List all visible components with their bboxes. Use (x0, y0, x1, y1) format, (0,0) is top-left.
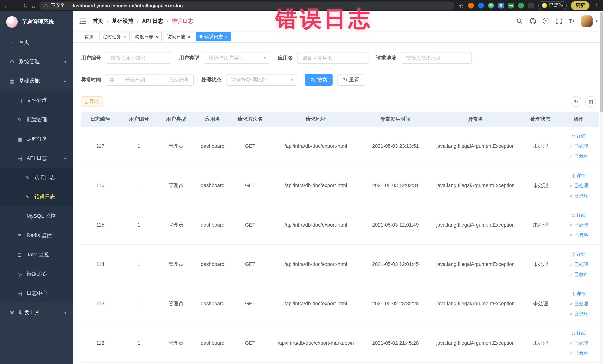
close-icon[interactable]: × (155, 34, 158, 39)
page-scrollbar[interactable] (600, 11, 603, 364)
view-tab[interactable]: 调度日志× (131, 32, 162, 41)
sidebar-item[interactable]: ≣Redis 监控 (0, 226, 73, 245)
sidebar-menu: ⌂首页⚙系统管理▾▦基础设施▾▢文件管理✎配置管理▣定时任务▤API 日志▾✎访… (0, 33, 73, 322)
export-button[interactable]: ↓ 导出 (81, 96, 103, 106)
app-name-cell: dashboard (194, 284, 232, 323)
forward-icon[interactable]: → (13, 3, 19, 8)
extension-icon-puzzle[interactable] (528, 3, 534, 9)
paused-badge[interactable]: 已暂停 (538, 1, 567, 10)
column-header: 异常名 (428, 112, 523, 127)
logo-avatar (6, 16, 18, 28)
home-icon: ⌂ (9, 39, 15, 45)
breadcrumb-item[interactable]: 基础设施 (112, 18, 133, 24)
browser-menu-icon[interactable]: ⋮ (594, 3, 599, 8)
ignore-link[interactable]: ✓已忽略 (560, 151, 598, 161)
process-status-select[interactable]: 请选择处理状态 ▾ (226, 74, 297, 86)
reload-icon[interactable]: ↻ (23, 3, 28, 8)
help-icon[interactable]: ? (543, 18, 549, 24)
fullscreen-icon[interactable] (556, 18, 562, 24)
sidebar-item[interactable]: ✎访问日志 (0, 168, 73, 187)
exception-time-range-picker[interactable]: ▦ 开始日期 ~ 结束日期 (106, 74, 194, 86)
processed-link[interactable]: ✓已处理 (560, 299, 598, 309)
browser-update-button[interactable]: 更新 (571, 1, 590, 10)
column-header: 处理状态 (523, 112, 558, 127)
request-url-input[interactable] (401, 52, 472, 64)
sidebar-item[interactable]: ⊡Java 监控 (0, 245, 73, 264)
user-type-select[interactable]: 请选择用户类型 ▾ (204, 52, 270, 64)
processed-link[interactable]: ✓已处理 (560, 259, 598, 269)
ignore-link[interactable]: ✓已忽略 (560, 309, 598, 318)
browser-home-icon[interactable]: ⌂ (32, 3, 35, 8)
font-size-icon[interactable]: TT (569, 18, 574, 24)
bookmark-star-icon[interactable]: ☆ (459, 3, 464, 8)
avatar-caret-down-icon[interactable]: ▾ (596, 19, 597, 23)
view-tab[interactable]: 定时任务× (99, 32, 129, 41)
chevron-down-icon: ▾ (291, 77, 293, 82)
sidebar-item[interactable]: ≣MySQL 监控 (0, 206, 73, 226)
extension-icon-grid[interactable]: ▦ (498, 3, 504, 9)
processed-link[interactable]: ✓已处理 (560, 180, 598, 190)
sidebar-collapse-button[interactable] (73, 18, 93, 24)
sidebar-item[interactable]: ◎链路追踪 (0, 264, 73, 284)
close-icon[interactable]: × (123, 34, 126, 39)
breadcrumb-item[interactable]: 首页 (93, 18, 104, 24)
ignore-link[interactable]: ✓已忽略 (560, 190, 598, 200)
view-tab[interactable]: 首页 (81, 32, 97, 41)
breadcrumb-item[interactable]: API 日志 (142, 18, 163, 24)
sidebar-item[interactable]: ⚙系统管理▾ (0, 52, 73, 71)
user-type-cell: 管理员 (158, 323, 194, 363)
github-icon[interactable] (529, 18, 536, 24)
reset-button[interactable]: ↻ 重置 (337, 74, 365, 86)
detail-link[interactable]: ◎详细 (560, 210, 598, 220)
action-label: 详细 (577, 131, 586, 141)
ignore-link[interactable]: ✓已忽略 (560, 230, 598, 240)
ignore-link[interactable]: ✓已忽略 (560, 269, 598, 279)
address-bar[interactable]: ⚠ 不安全 dashboard.yudao.iocoder.cn/infra/l… (39, 1, 455, 10)
status-cell: 未处理 (523, 166, 558, 205)
processed-link[interactable]: ✓已处理 (560, 220, 598, 230)
detail-link[interactable]: ◎详细 (560, 289, 598, 299)
back-icon[interactable]: ← (4, 3, 9, 8)
check-icon: ✓ (569, 348, 573, 358)
extension-icon-orange[interactable] (468, 3, 474, 9)
user-id-input[interactable] (106, 52, 171, 64)
sidebar-item[interactable]: ▦基础设施▾ (0, 71, 73, 91)
extension-icon-on-badge[interactable]: on (508, 3, 514, 9)
paused-badge-label: 已暂停 (549, 2, 563, 9)
detail-link[interactable]: ◎详细 (560, 170, 598, 180)
search-icon[interactable] (516, 18, 523, 24)
processed-link[interactable]: ✓已处理 (560, 338, 598, 348)
extension-icon-drop[interactable] (478, 3, 484, 9)
column-settings-button[interactable]: ▥ (585, 96, 596, 107)
time-cell: 2021-05-03 23:13:51 (363, 127, 428, 166)
user-type-cell: 管理员 (158, 205, 194, 244)
app-name-cell: dashboard (194, 166, 232, 205)
sidebar-item[interactable]: ▣定时任务 (0, 129, 73, 149)
extension-icon-leaf[interactable] (518, 3, 524, 9)
eye-icon: ◎ (572, 289, 575, 299)
user-avatar[interactable] (581, 15, 592, 27)
detail-link[interactable]: ◎详细 (560, 249, 598, 259)
sidebar-item[interactable]: ▢文件管理 (0, 91, 73, 110)
search-button[interactable]: 搜索 (305, 74, 333, 86)
check-icon: ✓ (569, 269, 573, 279)
chevron-down-icon: ▾ (64, 310, 66, 315)
sidebar-item[interactable]: ⌂首页 (0, 33, 73, 52)
view-tab[interactable]: 错误日志× (196, 32, 231, 41)
close-icon[interactable]: × (225, 34, 228, 39)
processed-link[interactable]: ✓已处理 (560, 141, 598, 151)
sidebar-item[interactable]: ▤API 日志▾ (0, 149, 73, 168)
sidebar-item[interactable]: ✎错误日志 (0, 187, 73, 206)
sidebar-item[interactable]: ▤日志中心 (0, 284, 73, 303)
sidebar-item[interactable]: ✎配置管理 (0, 110, 73, 129)
sidebar-item[interactable]: ⚒研发工具▾ (0, 303, 73, 322)
app-name-input[interactable] (298, 52, 369, 64)
refresh-table-button[interactable]: ↻ (570, 96, 581, 107)
detail-link[interactable]: ◎详细 (560, 131, 598, 141)
extension-icon-vue[interactable]: V (488, 3, 494, 9)
view-tab[interactable]: 访问日志× (164, 32, 194, 41)
close-icon[interactable]: × (188, 34, 191, 39)
scrollbar-thumb[interactable] (600, 12, 603, 112)
ignore-link[interactable]: ✓已忽略 (560, 348, 598, 358)
detail-link[interactable]: ◎详细 (560, 328, 598, 338)
